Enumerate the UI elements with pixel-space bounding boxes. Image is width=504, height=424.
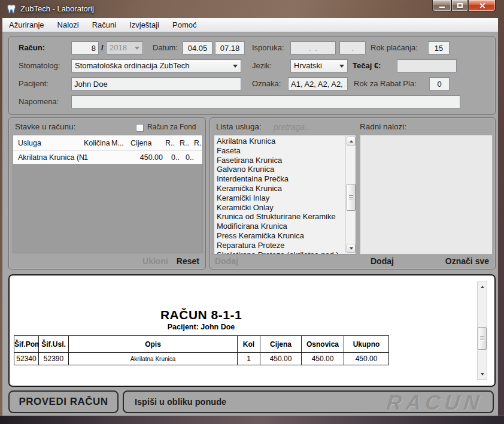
- scrollbar-thumb[interactable]: [478, 327, 487, 350]
- list-item[interactable]: Galvano Krunica: [217, 165, 342, 174]
- scroll-down-icon[interactable]: [478, 370, 487, 378]
- racun-year-value: 2018: [110, 43, 127, 52]
- racun-year-select[interactable]: 2018: [106, 41, 143, 54]
- list-item[interactable]: Keramička Krunica: [217, 184, 342, 193]
- stomatolog-select[interactable]: Stomatološka ordinacija ZubTech: [71, 59, 241, 72]
- list-item[interactable]: Reparatura Proteze: [217, 241, 342, 250]
- pcol-opis: Opis: [69, 336, 238, 353]
- racun-separator: /: [101, 41, 104, 54]
- close-icon: [479, 2, 485, 9]
- close-button[interactable]: [468, 0, 496, 11]
- services-listbox[interactable]: Akrilatna Krunica Faseta Fasetirana Krun…: [214, 135, 356, 255]
- pcol-ukupno: Ukupno: [344, 336, 389, 353]
- col-kolicina[interactable]: Količina: [84, 139, 111, 147]
- jezik-value: Hrvatski: [294, 61, 322, 70]
- scroll-up-icon[interactable]: [478, 283, 487, 291]
- stomatolog-label: Stomatolog:: [19, 59, 60, 72]
- pacijent-input[interactable]: [71, 77, 241, 90]
- rok-placanja-label: Rok plaćanja:: [371, 41, 418, 54]
- restore-icon: [457, 3, 463, 8]
- cell-r1: 0..: [165, 153, 180, 162]
- col-r2[interactable]: R..: [180, 139, 194, 147]
- invoice-items-panel: Stavke u računu: Račun za Fond Usluga Ko…: [8, 117, 206, 269]
- invoice-preview: RAČUN 8-1-1 Pacijent: John Doe Šif.Pom. …: [8, 274, 496, 387]
- dodaj-disabled-button[interactable]: Dodaj: [215, 256, 238, 266]
- list-item[interactable]: Fasetirana Krunica: [217, 156, 342, 165]
- list-item[interactable]: Skeletirana Proteza (akrilatna pod.): [217, 250, 342, 255]
- pacijent-label: Pacijent:: [19, 77, 48, 90]
- datum-label: Datum:: [153, 41, 178, 54]
- datum-day-input[interactable]: [183, 41, 212, 54]
- menu-azuriranje[interactable]: Ažuriranje: [2, 18, 51, 32]
- preview-title: RAČUN 8-1-1: [14, 308, 388, 322]
- list-item[interactable]: Press Keramička Krunica: [217, 231, 342, 241]
- list-item[interactable]: Akrilatna Krunica: [217, 137, 342, 146]
- list-item[interactable]: Interdentalna Prečka: [217, 174, 342, 184]
- table-row[interactable]: Akrilatna Krunica (N) 1 450.00 0.. 0..: [13, 151, 202, 164]
- ispisi-ponuda-button[interactable]: Ispiši u obliku ponude RACUN: [123, 390, 494, 413]
- preview-scrollbar[interactable]: [477, 281, 487, 380]
- menu-nalozi[interactable]: Nalozi: [51, 18, 86, 32]
- maximize-button[interactable]: [451, 0, 468, 11]
- tecaj-input[interactable]: [397, 59, 457, 72]
- preview-subtitle: Pacijent: John Doe: [14, 323, 388, 331]
- list-item[interactable]: Krunica od Strukturirane Keramike: [217, 212, 342, 222]
- list-item[interactable]: Modificirana Krunica: [217, 222, 342, 231]
- lista-usluga-title: Lista usluga:: [216, 122, 262, 131]
- pcell-sifusl: 52390: [39, 353, 69, 365]
- pcol-kol: Kol: [238, 336, 260, 353]
- col-r3[interactable]: R..: [194, 139, 202, 147]
- stomatolog-value: Stomatološka ordinacija ZubTech: [75, 61, 190, 70]
- title-bar[interactable]: ZubTech - Laboratorij: [0, 0, 504, 18]
- tecaj-label: Tečaj €:: [353, 59, 381, 72]
- work-orders-listbox[interactable]: [360, 135, 493, 255]
- app-window: ZubTech - Laboratorij Ažuriranje Nalozi …: [0, 0, 504, 424]
- client-area: Račun: / 2018 Datum: Isporuka: Rok plaća…: [2, 32, 498, 416]
- scroll-up-icon[interactable]: [347, 137, 356, 146]
- datum-time-input[interactable]: [215, 41, 245, 54]
- services-scrollbar[interactable]: [345, 136, 356, 253]
- pcell-kol: 1: [238, 353, 260, 365]
- napomena-label: Napomena:: [19, 95, 59, 108]
- oznaka-label: Oznaka:: [252, 77, 281, 90]
- racun-za-fond-checkbox[interactable]: [136, 124, 144, 132]
- list-item[interactable]: Keramički Onlay: [217, 203, 342, 213]
- col-cijena[interactable]: Cijena: [130, 139, 165, 147]
- rok-rabat-label: Rok za Rabat Pla:: [354, 77, 417, 90]
- pcell-cijena: 450.00: [260, 353, 302, 365]
- list-item[interactable]: Keramički Inlay: [217, 193, 342, 203]
- jezik-select[interactable]: Hrvatski: [290, 59, 348, 72]
- search-input[interactable]: pretraga...: [274, 122, 312, 132]
- cell-cijena: 450.00: [130, 153, 165, 162]
- col-m[interactable]: M...: [111, 139, 130, 147]
- oznaka-input[interactable]: [288, 77, 348, 90]
- reset-button[interactable]: Reset: [177, 256, 199, 266]
- radni-nalozi-title: Radni nalozi:: [360, 122, 406, 131]
- pcell-ukupno: 450.00: [344, 353, 389, 365]
- isporuka-time-input[interactable]: [339, 41, 366, 54]
- oznaci-sve-button[interactable]: Označi sve: [445, 256, 489, 266]
- isporuka-date-input[interactable]: [290, 41, 336, 54]
- ukloni-button[interactable]: Ukloni: [142, 256, 168, 266]
- list-item[interactable]: Faseta: [217, 146, 342, 156]
- col-usluga[interactable]: Usluga: [13, 139, 84, 147]
- racun-number-input[interactable]: [71, 41, 99, 54]
- racun-za-fond-label: Račun za Fond: [147, 123, 196, 131]
- cell-usluga: Akrilatna Krunica (N): [13, 153, 84, 162]
- jezik-label: Jezik:: [252, 59, 272, 72]
- scroll-down-icon[interactable]: [347, 244, 356, 253]
- col-r1[interactable]: R..: [165, 139, 180, 147]
- menu-pomoc[interactable]: Pomoć: [166, 18, 203, 32]
- racun-watermark: RACUN: [385, 390, 485, 414]
- provedi-racun-button[interactable]: PROVEDI RAČUN: [8, 390, 119, 413]
- rok-rabat-input[interactable]: [429, 77, 450, 90]
- menu-izvjestaji[interactable]: Izvještaji: [123, 18, 166, 32]
- isporuka-label: Isporuka:: [252, 41, 284, 54]
- menu-racuni[interactable]: Računi: [86, 18, 123, 32]
- scrollbar-thumb[interactable]: [347, 184, 356, 211]
- dodaj-button[interactable]: Dodaj: [371, 256, 394, 266]
- minimize-button[interactable]: [432, 0, 451, 11]
- racun-label: Račun:: [19, 41, 45, 54]
- napomena-input[interactable]: [71, 95, 460, 108]
- rok-placanja-input[interactable]: [428, 41, 450, 54]
